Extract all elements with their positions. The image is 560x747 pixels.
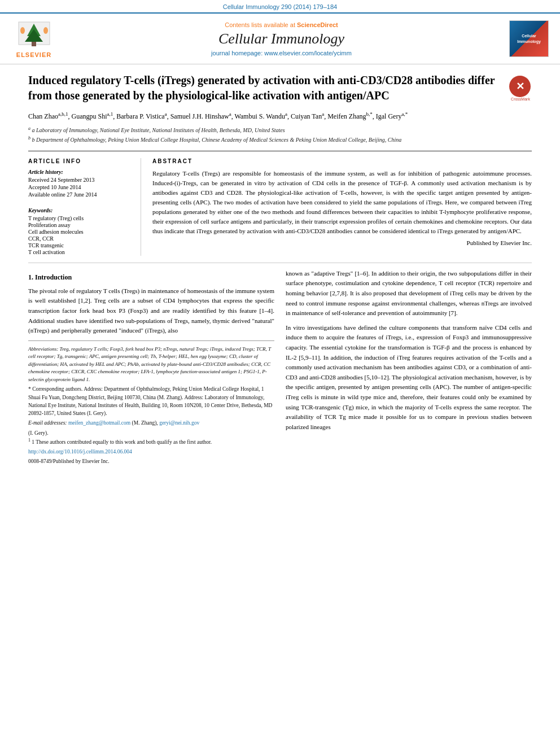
keyword-item: Proliferation assay — [28, 222, 132, 228]
email-zhang[interactable]: meifen_zhang@hotmail.com — [68, 420, 130, 426]
issn-line: 0008-8749/Published by Elsevier Inc. — [28, 457, 274, 465]
keyword-item: T cell activation — [28, 249, 132, 255]
doi-link[interactable]: http://dx.doi.org/10.1016/j.cellimm.2014… — [28, 449, 132, 455]
abstract-heading: ABSTRACT — [152, 158, 532, 164]
crossmark-badge: ✕ CrossMark — [509, 76, 532, 98]
intro-paragraph-2: known as "adaptive Tregs" [1–6]. In addi… — [286, 269, 532, 318]
main-content: Induced regulatory T-cells (iTregs) gene… — [0, 64, 560, 479]
journal-citation: Cellular Immunology 290 (2014) 179–184 — [0, 0, 560, 12]
info-abstract-section: ARTICLE INFO Article history: Received 2… — [28, 151, 532, 256]
email-gery[interactable]: geryi@nei.nih.gov — [159, 420, 199, 426]
crossmark-icon: ✕ — [509, 76, 531, 97]
equal-contribution-footnote: (I. Gery). 1 1 These authors contributed… — [28, 429, 274, 447]
svg-rect-3 — [32, 42, 36, 46]
journal-title: Cellular Immunology — [62, 30, 501, 47]
corresponding-authors-footnote: * Corresponding authors. Address: Depart… — [28, 385, 274, 417]
elsevier-logo: ELSEVIER — [11, 19, 56, 58]
accepted-date: Accepted 10 June 2014 — [28, 184, 132, 190]
available-date: Available online 27 June 2014 — [28, 191, 132, 198]
body-left-column: 1. Introduction The pivotal role of regu… — [28, 269, 274, 468]
journal-homepage: journal homepage: www.elsevier.com/locat… — [62, 50, 501, 56]
authors-line: Chan Zhaoa,b,1, Guangpu Shia,1, Barbara … — [28, 110, 532, 122]
body-columns: 1. Introduction The pivotal role of regu… — [28, 269, 532, 468]
article-title: Induced regulatory T-cells (iTregs) gene… — [28, 73, 504, 103]
cellular-immunology-logo: CellularImmunology — [509, 20, 549, 57]
keywords-label: Keywords: — [28, 207, 132, 213]
intro-heading: 1. Introduction — [28, 273, 274, 282]
keywords-list: T regulatory (Treg) cells Proliferation … — [28, 215, 132, 255]
intro-paragraph-3: In vitro investigations have defined the… — [286, 323, 532, 433]
abstract-text: Regulatory T-cells (Tregs) are responsib… — [152, 169, 532, 236]
ci-logo: CellularImmunology — [506, 20, 549, 57]
intro-paragraph-1: The pivotal role of regulatory T cells (… — [28, 286, 274, 336]
journal-header: ELSEVIER Contents lists available at Sci… — [0, 12, 560, 64]
elsevier-tree-icon — [16, 19, 53, 50]
sciencedirect-notice: Contents lists available at ScienceDirec… — [62, 21, 501, 28]
keyword-item: Cell adhesion molecules — [28, 229, 132, 235]
article-title-section: Induced regulatory T-cells (iTregs) gene… — [28, 73, 532, 103]
doi-line: http://dx.doi.org/10.1016/j.cellimm.2014… — [28, 448, 274, 456]
history-label: Article history: — [28, 169, 132, 175]
elsevier-brand-text: ELSEVIER — [16, 51, 51, 58]
article-info-heading: ARTICLE INFO — [28, 158, 132, 164]
keyword-item: T regulatory (Treg) cells — [28, 215, 132, 221]
svg-point-5 — [43, 27, 48, 34]
abbreviations-footnote: Abbreviations: Treg, regulatory T cells;… — [28, 346, 274, 384]
article-info: ARTICLE INFO Article history: Received 2… — [28, 158, 141, 256]
footnotes-area: Abbreviations: Treg, regulatory T cells;… — [28, 340, 274, 466]
received-date: Received 24 September 2013 — [28, 177, 132, 183]
section-divider — [28, 263, 532, 263]
journal-center-header: Contents lists available at ScienceDirec… — [62, 21, 501, 56]
body-right-column: known as "adaptive Tregs" [1–6]. In addi… — [286, 269, 532, 468]
abstract-section: ABSTRACT Regulatory T-cells (Tregs) are … — [152, 158, 532, 256]
keyword-item: TCR transgenic — [28, 242, 132, 248]
keyword-item: CCR, CCR — [28, 235, 132, 242]
published-notice: Published by Elsevier Inc. — [152, 239, 532, 246]
email-footnote: E-mail addresses: meifen_zhang@hotmail.c… — [28, 419, 274, 427]
affiliations: a a Laboratory of Immunology, National E… — [28, 125, 532, 144]
svg-point-4 — [20, 27, 25, 34]
